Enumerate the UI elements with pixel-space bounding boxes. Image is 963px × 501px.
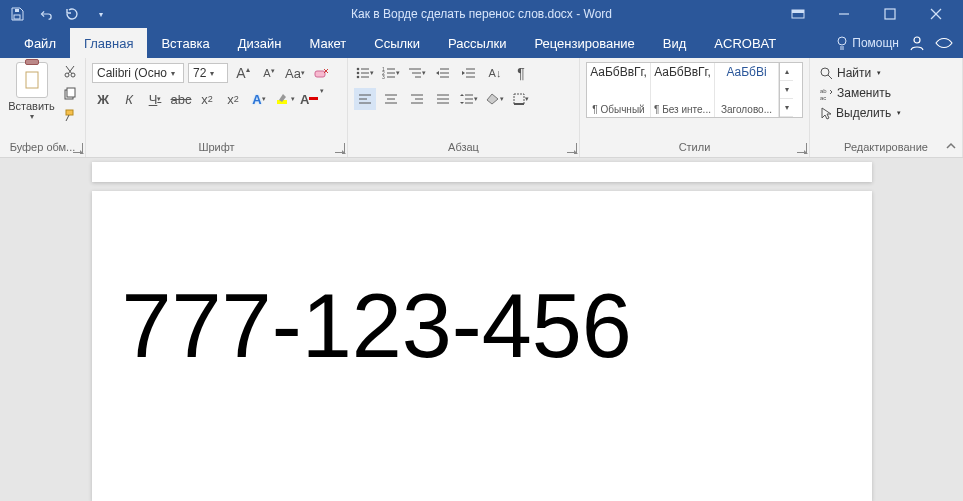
quick-access-toolbar: ▾ (4, 7, 108, 21)
copy-icon[interactable] (61, 84, 79, 102)
tab-view[interactable]: Вид (649, 28, 701, 58)
decrease-indent-icon[interactable] (432, 62, 454, 84)
svg-rect-1 (15, 9, 19, 12)
find-button[interactable]: Найти▾ (820, 64, 952, 82)
svg-point-63 (821, 68, 829, 76)
window-controls (775, 0, 959, 28)
italic-button[interactable]: К (118, 88, 140, 110)
underline-button[interactable]: Ч▾ (144, 88, 166, 110)
tab-references[interactable]: Ссылки (360, 28, 434, 58)
change-case-icon[interactable]: Aa▾ (284, 62, 306, 84)
tab-layout[interactable]: Макет (295, 28, 360, 58)
svg-text:ab: ab (820, 88, 827, 94)
tell-me-label: Помощн (852, 36, 899, 50)
style-preview: АаБбВі (726, 65, 766, 79)
align-left-icon[interactable] (354, 88, 376, 110)
svg-point-11 (914, 37, 920, 43)
line-spacing-icon[interactable]: ▾ (458, 88, 480, 110)
document-text[interactable]: 777-123-456 (122, 281, 842, 371)
bullets-icon[interactable]: ▾ (354, 62, 376, 84)
svg-rect-18 (67, 88, 75, 97)
font-size-value: 72 (193, 66, 206, 80)
cut-icon[interactable] (61, 62, 79, 80)
undo-icon[interactable] (38, 7, 52, 21)
maximize-icon[interactable] (867, 0, 913, 28)
borders-icon[interactable]: ▾ (510, 88, 532, 110)
share-icon[interactable] (935, 36, 953, 50)
tab-mailings[interactable]: Рассылки (434, 28, 520, 58)
ribbon-display-icon[interactable] (775, 0, 821, 28)
style-name: ¶ Обычный (592, 104, 644, 115)
svg-rect-0 (14, 15, 20, 19)
style-normal[interactable]: АаБбВвГг, ¶ Обычный (587, 63, 651, 117)
decrease-font-icon[interactable]: A▾ (258, 62, 280, 84)
show-marks-icon[interactable]: ¶ (510, 62, 532, 84)
clipboard-launcher-icon[interactable] (73, 143, 83, 153)
select-button[interactable]: Выделить▾ (820, 104, 952, 122)
increase-font-icon[interactable]: A▴ (232, 62, 254, 84)
qat-customize-icon[interactable]: ▾ (94, 7, 108, 21)
style-no-spacing[interactable]: АаБбВвГг, ¶ Без инте... (651, 63, 715, 117)
group-clipboard-label: Буфер обм... (6, 141, 79, 157)
group-font: Calibri (Осно▾ 72▾ A▴ A▾ Aa▾ Ж К Ч▾ abc … (86, 58, 348, 157)
justify-icon[interactable] (432, 88, 454, 110)
gallery-more-icon[interactable]: ▾ (780, 99, 793, 117)
svg-point-27 (357, 72, 360, 75)
tab-design[interactable]: Дизайн (224, 28, 296, 58)
style-gallery[interactable]: АаБбВвГг, ¶ Обычный АаБбВвГг, ¶ Без инте… (586, 62, 803, 118)
tab-home[interactable]: Главная (70, 28, 147, 58)
account-icon[interactable] (909, 35, 925, 51)
bold-button[interactable]: Ж (92, 88, 114, 110)
sort-icon[interactable]: A↓ (484, 62, 506, 84)
group-editing: Найти▾ abac Заменить Выделить▾ Редактиро… (810, 58, 963, 157)
format-painter-icon[interactable] (61, 106, 79, 124)
tab-insert[interactable]: Вставка (147, 28, 223, 58)
tell-me-field[interactable]: Помощн (836, 36, 899, 50)
page[interactable]: 777-123-456 (92, 191, 872, 501)
title-bar: ▾ Как в Ворде сделать перенос слов.docx … (0, 0, 963, 28)
tab-acrobat[interactable]: ACROBAT (700, 28, 790, 58)
document-canvas[interactable]: 777-123-456 (0, 158, 963, 501)
font-name-select[interactable]: Calibri (Осно▾ (92, 63, 184, 83)
align-right-icon[interactable] (406, 88, 428, 110)
highlight-icon[interactable]: ▾ (274, 88, 296, 110)
close-icon[interactable] (913, 0, 959, 28)
find-label: Найти (837, 66, 871, 80)
multilevel-list-icon[interactable]: ▾ (406, 62, 428, 84)
replace-button[interactable]: abac Заменить (820, 84, 952, 102)
increase-indent-icon[interactable] (458, 62, 480, 84)
select-label: Выделить (836, 106, 891, 120)
superscript-button[interactable]: x2 (222, 88, 244, 110)
group-styles: АаБбВвГг, ¶ Обычный АаБбВвГг, ¶ Без инте… (580, 58, 810, 157)
style-heading1[interactable]: АаБбВі Заголово... (715, 63, 779, 117)
tab-review[interactable]: Рецензирование (520, 28, 648, 58)
collapse-ribbon-icon[interactable] (940, 58, 962, 157)
cursor-icon (820, 107, 832, 120)
paste-button[interactable]: Вставить ▾ (6, 62, 57, 121)
strikethrough-button[interactable]: abc (170, 88, 192, 110)
align-center-icon[interactable] (380, 88, 402, 110)
svg-text:3: 3 (382, 74, 385, 79)
gallery-scroll[interactable]: ▴ ▾ ▾ (779, 63, 793, 117)
tab-file[interactable]: Файл (10, 28, 70, 58)
clear-formatting-icon[interactable] (310, 62, 332, 84)
styles-launcher-icon[interactable] (797, 143, 807, 153)
svg-rect-5 (885, 9, 895, 19)
subscript-button[interactable]: x2 (196, 88, 218, 110)
font-launcher-icon[interactable] (335, 143, 345, 153)
paragraph-launcher-icon[interactable] (567, 143, 577, 153)
gallery-up-icon[interactable]: ▴ (780, 63, 793, 81)
shading-icon[interactable]: ▾ (484, 88, 506, 110)
redo-icon[interactable] (66, 7, 80, 21)
font-size-select[interactable]: 72▾ (188, 63, 228, 83)
numbering-icon[interactable]: 123▾ (380, 62, 402, 84)
page-previous-bottom (92, 162, 872, 182)
replace-icon: abac (820, 87, 833, 100)
minimize-icon[interactable] (821, 0, 867, 28)
svg-rect-61 (514, 94, 524, 104)
group-paragraph-label: Абзац (354, 141, 573, 157)
font-color-icon[interactable]: A▾ (300, 88, 322, 110)
text-effects-icon[interactable]: A▾ (248, 88, 270, 110)
gallery-down-icon[interactable]: ▾ (780, 81, 793, 99)
save-icon[interactable] (10, 7, 24, 21)
